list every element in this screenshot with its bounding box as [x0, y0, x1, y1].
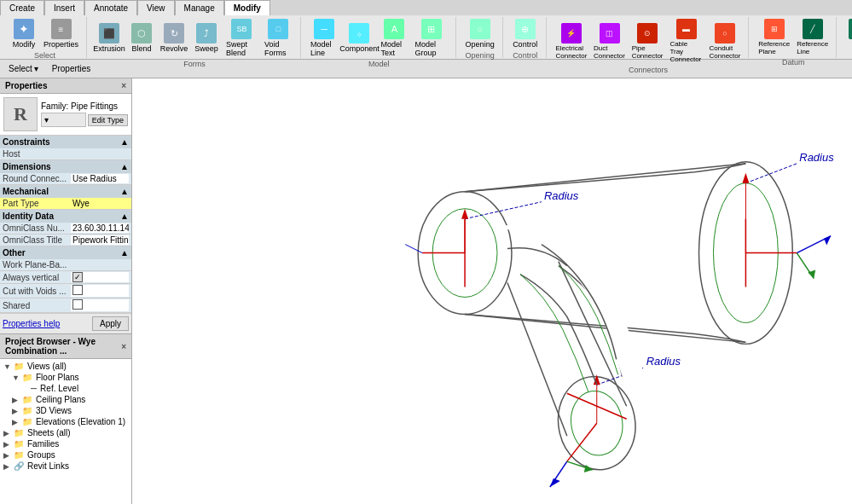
- svg-text:Radius: Radius: [544, 189, 579, 202]
- cut-with-voids-value[interactable]: [71, 285, 129, 297]
- modify-group-label: Select: [34, 51, 55, 60]
- tab-manage[interactable]: Manage: [175, 0, 224, 15]
- tree-item-ceiling-plans[interactable]: ▶ 📁 Ceiling Plans: [0, 394, 131, 405]
- connector-items: ⚡ ElectricalConnector ◫ DuctConnector ⊙ …: [554, 17, 744, 65]
- tree-item-families[interactable]: ▶ 📁 Families: [0, 438, 131, 449]
- browser-title: Project Browser - Wye Combination ...: [5, 337, 121, 356]
- tab-create[interactable]: Create: [0, 0, 44, 15]
- select-dropdown-arrow: ▾: [34, 64, 38, 73]
- part-type-value[interactable]: Wye: [71, 199, 129, 208]
- model-line-label: Model Line: [310, 40, 338, 57]
- elevations-toggle[interactable]: ▶: [12, 418, 20, 426]
- cable-tray-connector-button[interactable]: ▬ Cable TrayConnector: [667, 17, 704, 65]
- conduit-connector-button[interactable]: ○ ConduitConnector: [707, 21, 744, 61]
- tree-item-views-all[interactable]: ▼ 📁 Views (all): [0, 361, 131, 372]
- control-label: Control: [513, 40, 537, 49]
- omniclass-title-value[interactable]: Pipework Fittings: [71, 235, 129, 245]
- shared-checkbox[interactable]: [72, 299, 83, 310]
- shared-value[interactable]: [71, 299, 129, 311]
- conduit-connector-icon: ○: [715, 23, 735, 43]
- opening-button[interactable]: ○ Opening: [463, 17, 497, 50]
- tree-item-sheets[interactable]: ▶ 📁 Sheets (all): [0, 427, 131, 438]
- tree-item-groups[interactable]: ▶ 📁 Groups: [0, 449, 131, 461]
- pipe-connector-button[interactable]: ⊙ PipeConnector: [629, 21, 666, 61]
- family-dropdown[interactable]: ▾: [41, 113, 86, 127]
- modify-label: Modify: [13, 40, 36, 49]
- omniclass-num-value[interactable]: 23.60.30.11.14: [71, 223, 129, 233]
- void-forms-button[interactable]: □ Void Forms: [262, 17, 295, 59]
- model-text-icon: A: [384, 19, 404, 39]
- reference-plane-button[interactable]: ⊞ ReferencePlane: [756, 17, 792, 57]
- forms-items: ⬛ Extrusion ⬡ Blend ↻ Revolve ⤴ Sweep SB: [94, 17, 295, 59]
- other-toggle[interactable]: ▲: [120, 248, 129, 258]
- tree-item-elevations[interactable]: ▶ 📁 Elevations (Elevation 1): [0, 416, 131, 427]
- reference-line-button[interactable]: ╱ ReferenceLine: [794, 17, 831, 57]
- round-connec-value[interactable]: Use Radius: [71, 174, 129, 183]
- model-group-button[interactable]: ⊞ Model Group: [412, 17, 449, 59]
- duct-connector-label: DuctConnector: [594, 44, 625, 60]
- ribbon: Create Insert Annotate View Manage Modif…: [0, 0, 852, 60]
- set-icon: ⊠: [849, 19, 852, 39]
- properties-dropdown[interactable]: Properties: [47, 63, 96, 74]
- properties-close-btn[interactable]: ×: [121, 81, 126, 90]
- families-label: Families: [27, 439, 59, 449]
- datum-items: ⊞ ReferencePlane ╱ ReferenceLine: [756, 17, 831, 57]
- duct-connector-button[interactable]: ◫ DuctConnector: [591, 21, 628, 61]
- sheets-toggle[interactable]: ▶: [3, 429, 12, 437]
- cut-with-voids-checkbox[interactable]: [72, 285, 83, 295]
- ribbon-group-connectors: ⚡ ElectricalConnector ◫ DuctConnector ⊙ …: [548, 17, 750, 58]
- tab-annotate[interactable]: Annotate: [84, 0, 137, 15]
- identity-data-toggle[interactable]: ▲: [120, 211, 129, 221]
- extrusion-button[interactable]: ⬛ Extrusion: [94, 21, 125, 55]
- revit-links-toggle[interactable]: ▶: [3, 462, 12, 471]
- opening-icon: ○: [470, 19, 490, 39]
- extrusion-icon: ⬛: [99, 23, 119, 43]
- component-button[interactable]: ⬦ Component: [342, 21, 376, 55]
- model-line-button[interactable]: ─ Model Line: [308, 17, 340, 59]
- 3d-views-toggle[interactable]: ▶: [12, 407, 20, 415]
- tree-item-3d-views[interactable]: ▶ 📁 3D Views: [0, 405, 131, 416]
- electrical-connector-button[interactable]: ⚡ ElectricalConnector: [554, 21, 590, 61]
- properties-label: Properties: [43, 40, 78, 49]
- cable-tray-connector-label: Cable TrayConnector: [669, 40, 702, 63]
- dimensions-toggle[interactable]: ▲: [120, 162, 129, 171]
- canvas-area[interactable]: Radius Radius Radius: [132, 78, 852, 504]
- swept-blend-button[interactable]: SB Swept Blend: [223, 17, 260, 59]
- tab-modify[interactable]: Modify: [224, 0, 270, 15]
- tab-view[interactable]: View: [137, 0, 175, 15]
- modify-button[interactable]: ✦ Modify: [9, 17, 39, 50]
- blend-button[interactable]: ⬡ Blend: [126, 21, 157, 55]
- views-all-toggle[interactable]: ▼: [3, 362, 12, 371]
- edit-type-button[interactable]: Edit Type: [88, 114, 128, 126]
- mechanical-toggle[interactable]: ▲: [120, 187, 129, 196]
- sweep-button[interactable]: ⤴ Sweep: [191, 21, 222, 55]
- svg-text:Radius: Radius: [799, 151, 834, 164]
- properties-help-link[interactable]: Properties help: [3, 319, 60, 328]
- families-toggle[interactable]: ▶: [3, 440, 12, 449]
- model-text-button[interactable]: A Model Text: [379, 17, 411, 59]
- tree-item-revit-links[interactable]: ▶ 🔗 Revit Links: [0, 461, 131, 472]
- constraints-toggle[interactable]: ▲: [120, 137, 129, 147]
- omniclass-num-row: OmniClass Nu... 23.60.30.11.14: [0, 223, 131, 235]
- properties-button[interactable]: ≡ Properties: [41, 17, 81, 50]
- select-dropdown[interactable]: Select ▾: [3, 63, 43, 74]
- groups-toggle[interactable]: ▶: [3, 451, 12, 460]
- component-icon: ⬦: [349, 23, 369, 43]
- reference-plane-label: ReferencePlane: [758, 40, 790, 55]
- duct-connector-icon: ◫: [600, 23, 620, 43]
- model-group-label: Model: [368, 60, 390, 68]
- browser-close-btn[interactable]: ×: [121, 342, 126, 351]
- control-button[interactable]: ⊕ Control: [510, 17, 541, 50]
- set-button[interactable]: ⊠ Set: [843, 17, 852, 50]
- tree-item-floor-plans[interactable]: ▼ 📁 Floor Plans: [0, 372, 131, 383]
- floor-plans-toggle[interactable]: ▼: [12, 374, 20, 382]
- tab-insert[interactable]: Insert: [44, 0, 84, 15]
- apply-button[interactable]: Apply: [92, 316, 129, 331]
- ceiling-plans-toggle[interactable]: ▶: [12, 396, 20, 404]
- always-vertical-checkbox[interactable]: ✓: [72, 272, 83, 282]
- cut-with-voids-row: Cut with Voids ...: [0, 284, 131, 298]
- tree-item-ref-level[interactable]: ─ Ref. Level: [0, 383, 131, 394]
- host-label: Host: [3, 149, 71, 159]
- revolve-button[interactable]: ↻ Revolve: [159, 21, 189, 55]
- always-vertical-value[interactable]: ✓: [71, 272, 129, 282]
